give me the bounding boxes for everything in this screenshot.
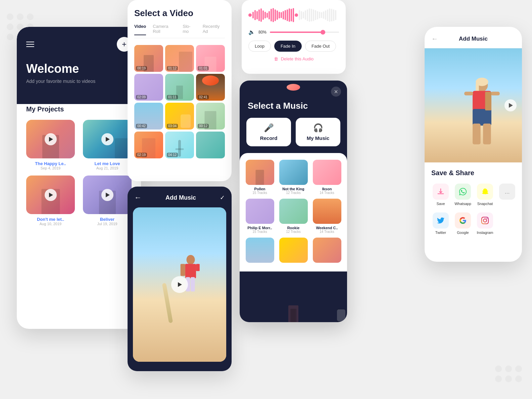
- google-item[interactable]: Google: [453, 212, 472, 235]
- project-thumbnail: [26, 120, 75, 158]
- tab-camera-roll[interactable]: Camera Roll: [153, 24, 176, 35]
- video-thumbnail[interactable]: 02:41: [196, 74, 225, 101]
- projects-grid: The Happy Le.. Sep 4, 2019 Let me Love A…: [23, 120, 134, 226]
- trash-icon: 🗑: [274, 56, 278, 61]
- video-grid: 00:19 01:12 01:01 02:09: [134, 45, 225, 158]
- svg-rect-13: [473, 109, 491, 126]
- delete-label: Delete this Audio: [281, 56, 314, 61]
- svg-rect-2: [185, 264, 191, 273]
- album-card[interactable]: Not the King 12 Tracks: [279, 160, 308, 195]
- video-thumbnail[interactable]: 00:19: [134, 45, 163, 72]
- volume-percentage: 80%: [258, 30, 267, 35]
- instagram-item[interactable]: Instagram: [476, 212, 494, 235]
- project-name: The Happy Le..: [35, 161, 66, 166]
- save-icon-svg: [437, 188, 444, 195]
- twitter-label: Twitter: [435, 231, 446, 235]
- more-icon: ...: [499, 184, 515, 200]
- video-thumbnail[interactable]: 02:09: [134, 74, 163, 101]
- album-thumbnail: [279, 199, 308, 224]
- video-thumbnail[interactable]: 00:12: [196, 103, 225, 130]
- tab-recently-added[interactable]: Recently Ad: [203, 24, 225, 35]
- album-thumbnail: [313, 160, 341, 185]
- album-card[interactable]: [245, 238, 275, 265]
- snapchat-icon: [477, 184, 493, 200]
- delete-audio-button[interactable]: 🗑 Delete this Audio: [248, 56, 339, 61]
- play-button[interactable]: [45, 133, 57, 145]
- record-option-button[interactable]: 🎤 Record: [246, 118, 291, 146]
- save-item[interactable]: Save: [431, 184, 450, 206]
- add-music-header: ← Add Music ✓: [128, 187, 232, 202]
- project-card[interactable]: Let me Love Aug 21, 2019: [82, 120, 133, 170]
- snapchat-item[interactable]: Snapchat: [476, 184, 494, 206]
- my-music-option-button[interactable]: 🎧 My Music: [296, 118, 340, 146]
- hamburger-icon[interactable]: [26, 42, 34, 47]
- video-preview: [425, 48, 522, 162]
- volume-slider[interactable]: [270, 32, 339, 33]
- album-thumbnail: [246, 199, 274, 224]
- album-card[interactable]: [279, 238, 308, 265]
- albums-body: Pollen 15 Tracks Not the King 12 Tracks: [240, 153, 347, 271]
- whatsapp-item[interactable]: Whatsapp: [453, 184, 472, 206]
- snapchat-icon-svg: [481, 188, 489, 195]
- album-name: Not the King: [282, 187, 304, 191]
- project-card[interactable]: Beliver Jul 19, 2019: [82, 176, 133, 226]
- surfboard: [162, 283, 173, 323]
- screen-audio-player: 🔈 80% Loop Fade In Fade Out 🗑 Delete thi…: [242, 0, 346, 74]
- fade-in-button[interactable]: Fade In: [274, 41, 302, 52]
- twitter-item[interactable]: Twitter: [431, 212, 450, 235]
- more-item[interactable]: ...: [498, 184, 517, 200]
- project-thumbnail: [83, 176, 132, 214]
- back-button[interactable]: ←: [134, 193, 142, 202]
- album-thumbnail: [313, 199, 341, 224]
- play-button[interactable]: [45, 189, 57, 201]
- svg-rect-14: [473, 123, 481, 144]
- project-name: Don't me let..: [37, 217, 64, 222]
- play-button[interactable]: [171, 276, 188, 293]
- album-card[interactable]: Rookie 12 Tracks: [279, 199, 308, 234]
- twitter-icon: [433, 212, 449, 229]
- share-section: Save & Share Save: [425, 162, 522, 248]
- svg-rect-3: [181, 264, 185, 276]
- video-duration: 04:12: [167, 153, 178, 157]
- video-thumbnail[interactable]: 04:12: [165, 132, 194, 158]
- video-thumbnail[interactable]: 02:19: [134, 132, 163, 158]
- share-row-1: Save Whatsapp Sn: [431, 184, 515, 206]
- google-icon-svg: [459, 217, 467, 224]
- instagram-icon: [477, 212, 493, 229]
- tab-video[interactable]: Video: [134, 24, 146, 35]
- tab-slo-mo[interactable]: Slo-mo: [183, 24, 196, 35]
- project-card[interactable]: Don't me let.. Aug 10, 2019: [25, 176, 76, 226]
- back-button[interactable]: ←: [431, 35, 438, 43]
- play-button[interactable]: [504, 99, 517, 111]
- video-thumbnail[interactable]: 01:01: [196, 45, 225, 72]
- album-card[interactable]: [312, 238, 342, 265]
- svg-rect-12: [491, 92, 500, 95]
- close-button[interactable]: ×: [331, 87, 341, 97]
- fade-out-button[interactable]: Fade Out: [305, 41, 336, 52]
- video-thumbnail[interactable]: 00:42: [134, 103, 163, 130]
- whatsapp-icon-svg: [459, 188, 467, 195]
- album-card[interactable]: Weekend C.. 14 Tracks: [312, 199, 342, 234]
- video-duration: 02:09: [136, 95, 147, 99]
- volume-handle[interactable]: [321, 30, 325, 35]
- album-tracks: 12 Tracks: [286, 191, 300, 195]
- play-button[interactable]: [101, 189, 113, 201]
- album-card[interactable]: Philip E Morr.. 15 Tracks: [245, 199, 275, 234]
- video-thumbnail[interactable]: 01:11: [165, 74, 194, 101]
- album-card[interactable]: Ikson 14 Tracks: [312, 160, 342, 195]
- video-thumbnail[interactable]: 01:12: [165, 45, 194, 72]
- album-card[interactable]: Pollen 15 Tracks: [245, 160, 275, 195]
- video-duration: 02:19: [136, 153, 147, 157]
- project-name: Beliver: [100, 217, 114, 222]
- video-thumbnail[interactable]: 03:04: [165, 103, 194, 130]
- play-button[interactable]: [101, 133, 113, 145]
- confirm-button[interactable]: ✓: [220, 194, 225, 201]
- loop-button[interactable]: Loop: [248, 41, 271, 52]
- video-thumbnail[interactable]: [196, 132, 225, 158]
- select-music-title: Select a Music: [240, 97, 347, 118]
- google-label: Google: [457, 231, 469, 235]
- svg-point-0: [187, 255, 195, 265]
- twitter-icon-svg: [437, 217, 444, 224]
- instagram-icon-svg: [481, 217, 489, 224]
- project-card[interactable]: The Happy Le.. Sep 4, 2019: [25, 120, 76, 170]
